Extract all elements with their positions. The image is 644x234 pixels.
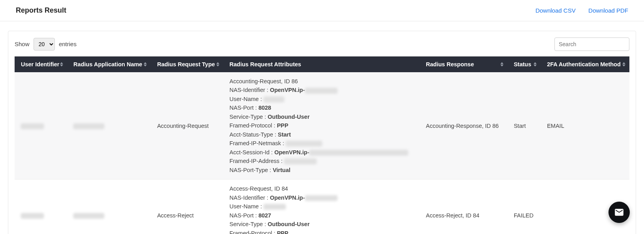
page-header: Reports Result Download CSV Download PDF [0, 0, 644, 21]
attr-line: Access-Request, ID 84 [230, 184, 414, 193]
col-label: Radius Application Name [73, 61, 142, 67]
attr-line: Acct-Session-Id : OpenVPN.ip- [230, 148, 414, 157]
table-row: Accounting-RequestAccounting-Request, ID… [15, 72, 629, 180]
attr-line: NAS-Port-Type : Virtual [230, 166, 414, 174]
col-label: Radius Response [426, 61, 474, 67]
table-header-row: User IdentifierRadius Application NameRa… [15, 56, 629, 72]
col-header: Radius Request Attributes [223, 56, 420, 72]
sort-icon[interactable] [622, 62, 625, 67]
attr-line: User-Name : [230, 95, 414, 103]
cell-status: Start [507, 72, 541, 180]
cell-request-type: Accounting-Request [151, 72, 223, 180]
redacted-value [305, 88, 337, 94]
cell-response: Accounting-Response, ID 86 [419, 72, 507, 180]
col-header[interactable]: Radius Response [419, 56, 507, 72]
redacted-value [73, 213, 104, 219]
header-actions: Download CSV Download PDF [524, 7, 628, 14]
cell-status: FAILED [507, 180, 541, 234]
col-header[interactable]: 2FA Authentication Method [541, 56, 629, 72]
col-label: Radius Request Type [157, 61, 215, 67]
attr-line: NAS-Identifier : OpenVPN.ip- [230, 86, 414, 94]
sort-icon[interactable] [500, 62, 504, 67]
attr-line: Framed-Protocol : PPP [230, 229, 414, 234]
cell-request-type: Access-Reject [151, 180, 223, 234]
attr-line: Framed-Protocol : PPP [230, 121, 414, 130]
cell-request-attrs: Accounting-Request, ID 86NAS-Identifier … [223, 72, 420, 180]
col-label: Radius Request Attributes [230, 61, 301, 67]
redacted-value [305, 195, 337, 201]
col-label: Status [514, 61, 531, 67]
entries-label: entries [59, 41, 77, 47]
redacted-value [286, 141, 322, 146]
download-pdf-link[interactable]: Download PDF [588, 7, 628, 14]
page-size-select[interactable]: 20 [34, 38, 55, 51]
sort-icon[interactable] [534, 62, 537, 67]
attr-line: NAS-Identifier : OpenVPN.ip- [230, 193, 414, 202]
cell-user-identifier [15, 72, 67, 180]
redacted-value [264, 204, 286, 210]
redacted-value [73, 124, 104, 129]
col-label: User Identifier [21, 61, 60, 67]
page-size-control: Show 20 entries [15, 38, 77, 51]
results-panel: Show 20 entries User IdentifierRadius Ap… [8, 31, 636, 234]
sort-icon[interactable] [216, 62, 219, 67]
cell-app-name [67, 72, 151, 180]
col-header[interactable]: Radius Request Type [151, 56, 223, 72]
mail-icon [614, 207, 624, 217]
attr-line: NAS-Port : 8027 [230, 211, 414, 220]
chat-fab[interactable] [608, 202, 630, 223]
attr-line: Accounting-Request, ID 86 [230, 77, 414, 86]
table-controls: Show 20 entries [15, 37, 629, 51]
col-label: 2FA Authentication Method [547, 61, 621, 67]
col-header[interactable]: User Identifier [15, 56, 67, 72]
attr-line: Framed-IP-Netmask : [230, 139, 414, 148]
search-input[interactable] [554, 37, 629, 51]
cell-2fa-method: EMAIL [541, 72, 629, 180]
redacted-value [264, 97, 284, 102]
redacted-value [21, 124, 44, 129]
download-csv-link[interactable]: Download CSV [535, 7, 576, 14]
col-header[interactable]: Status [507, 56, 541, 72]
cell-request-attrs: Access-Request, ID 84NAS-Identifier : Op… [223, 180, 420, 234]
results-table: User IdentifierRadius Application NameRa… [15, 56, 629, 234]
cell-response: Access-Reject, ID 84 [419, 180, 507, 234]
redacted-value [284, 159, 316, 164]
redacted-value [309, 150, 408, 155]
sort-icon[interactable] [60, 62, 63, 67]
attr-line: Framed-IP-Address : [230, 157, 414, 165]
cell-app-name [67, 180, 151, 234]
attr-line: Acct-Status-Type : Start [230, 130, 414, 139]
attr-line: NAS-Port : 8028 [230, 103, 414, 112]
sort-icon[interactable] [144, 62, 147, 67]
show-label: Show [15, 41, 30, 47]
page-title: Reports Result [16, 6, 66, 15]
table-row: Access-RejectAccess-Request, ID 84NAS-Id… [15, 180, 629, 234]
attr-line: User-Name : [230, 202, 414, 211]
cell-user-identifier [15, 180, 67, 234]
redacted-value [21, 213, 44, 219]
attr-line: Service-Type : Outbound-User [230, 112, 414, 121]
col-header[interactable]: Radius Application Name [67, 56, 151, 72]
attr-line: Service-Type : Outbound-User [230, 220, 414, 228]
